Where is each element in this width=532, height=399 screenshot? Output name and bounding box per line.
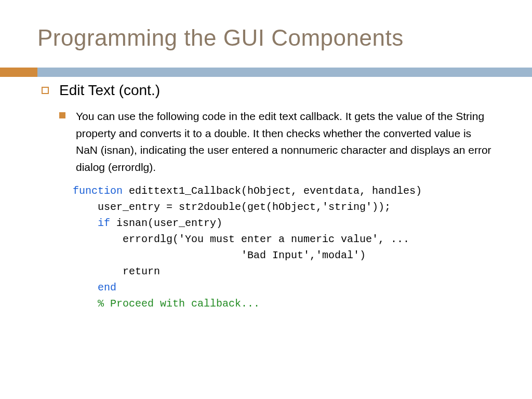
keyword-function: function bbox=[73, 185, 123, 197]
bullet-level1: Edit Text (cont.) bbox=[42, 82, 495, 99]
slide-content: Edit Text (cont.) You can use the follow… bbox=[37, 82, 495, 312]
code-line: 'Bad Input','modal') bbox=[73, 247, 495, 263]
accent-stripe-blue bbox=[37, 68, 532, 77]
square-bullet-filled-icon bbox=[59, 112, 65, 118]
code-line: errordlg('You must enter a numeric value… bbox=[73, 231, 495, 247]
subtitle-text: Edit Text (cont.) bbox=[59, 82, 160, 99]
keyword-if: if bbox=[98, 217, 110, 229]
bullet-level2: You can use the following code in the ed… bbox=[59, 108, 495, 176]
slide-title: Programming the GUI Components bbox=[37, 25, 495, 51]
code-block: function edittext1_Callback(hObject, eve… bbox=[73, 183, 495, 312]
code-line: user_entry = str2double(get(hObject,'str… bbox=[73, 199, 495, 215]
code-line: function edittext1_Callback(hObject, eve… bbox=[73, 183, 495, 199]
code-line: end bbox=[73, 280, 495, 296]
body-paragraph: You can use the following code in the ed… bbox=[76, 108, 495, 176]
keyword-end: end bbox=[98, 282, 116, 294]
accent-stripe bbox=[0, 68, 532, 77]
code-comment: % Proceed with callback... bbox=[73, 296, 495, 312]
square-bullet-icon bbox=[42, 87, 49, 94]
code-line: if isnan(user_entry) bbox=[73, 215, 495, 231]
accent-stripe-orange bbox=[0, 68, 37, 77]
code-line: return bbox=[73, 263, 495, 280]
slide: Programming the GUI Components Edit Text… bbox=[0, 0, 532, 399]
